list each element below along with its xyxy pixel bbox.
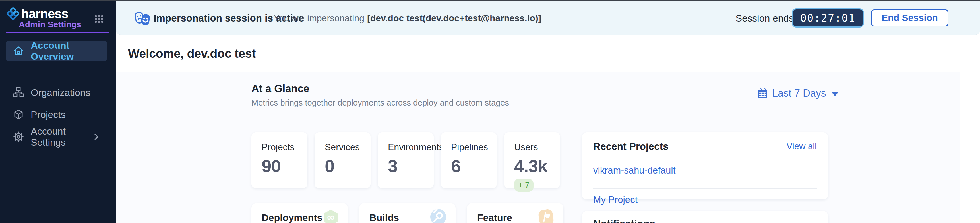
sidebar-item-label: Account Overview: [31, 40, 100, 62]
recent-projects-card: Recent Projects View all vikram-sahu-def…: [582, 132, 828, 199]
session-timer: 00:27:01: [792, 8, 864, 28]
sidebar-divider: [6, 73, 107, 73]
at-a-glance-header: At a Glance Metrics brings together depl…: [251, 83, 509, 108]
theater-masks-icon: [134, 11, 151, 27]
harness-logo: harness: [6, 6, 68, 21]
sidebar-nav-list: Organizations Projects: [6, 82, 107, 148]
admin-settings-label: Admin Settings: [19, 20, 81, 29]
modules-row: Deployments ∞ Builds: [251, 203, 563, 223]
main-area: Welcome, dev.doc test At a Glance Metric…: [116, 35, 960, 223]
sidebar-item-account-settings[interactable]: Account Settings: [6, 126, 107, 147]
stat-value: 4.3k: [514, 156, 560, 176]
sidebar-item-label: Organizations: [31, 87, 91, 98]
date-range-picker[interactable]: Last 7 Days: [757, 87, 838, 99]
sidebar-item-projects[interactable]: Projects: [6, 104, 107, 125]
stat-label: Users: [514, 142, 560, 153]
stat-value: 3: [388, 156, 434, 176]
home-icon: [13, 45, 24, 57]
impersonation-prefix: You are impersonating: [274, 13, 364, 24]
chevron-right-icon[interactable]: [93, 132, 100, 141]
users-delta-badge: + 7: [514, 179, 533, 192]
module-card-feature-flags[interactable]: Feature Flags: [467, 203, 563, 223]
apps-grid-icon[interactable]: [94, 15, 104, 24]
date-range-label: Last 7 Days: [772, 87, 826, 99]
project-link[interactable]: My Project: [593, 194, 638, 205]
stat-value: 90: [262, 156, 307, 176]
feature-flags-icon: [538, 209, 554, 223]
notifications-card: Notifications: [582, 211, 828, 223]
notifications-title: Notifications: [593, 218, 817, 223]
view-all-link[interactable]: View all: [787, 141, 817, 151]
at-a-glance-title: At a Glance: [251, 83, 509, 95]
stats-row: Projects 90 Services 0 Environments 3 Pi…: [251, 132, 560, 188]
module-label: Deployments: [262, 209, 323, 223]
sidebar: harness Admin Settings Account Overview: [0, 2, 116, 223]
recent-projects-header: Recent Projects View all: [593, 141, 817, 152]
stat-card-users[interactable]: Users 4.3k + 7: [504, 132, 560, 188]
page-title: Welcome, dev.doc test: [128, 47, 256, 61]
sidebar-item-label: Account Settings: [31, 126, 93, 148]
stat-card-pipelines[interactable]: Pipelines 6: [441, 132, 497, 188]
impersonated-user: [dev.doc test(dev.doc+test@harness.io)]: [367, 13, 541, 24]
svg-text:∞: ∞: [326, 211, 335, 223]
caret-down-icon: [831, 92, 838, 96]
impersonation-banner: Impersonation session is active You are …: [116, 2, 980, 35]
welcome-header: Welcome, dev.doc test: [116, 35, 959, 72]
module-card-builds[interactable]: Builds: [359, 203, 456, 223]
calendar-icon: [757, 88, 768, 99]
at-a-glance-subtitle: Metrics brings together deployments acro…: [251, 98, 509, 108]
list-item: vikram-sahu-default: [593, 159, 817, 182]
stat-card-services[interactable]: Services 0: [315, 132, 371, 188]
module-label: Feature Flags: [477, 209, 538, 223]
sidebar-item-account-overview[interactable]: Account Overview: [6, 41, 107, 61]
stat-card-projects[interactable]: Projects 90: [251, 132, 307, 188]
deployments-icon: ∞: [323, 209, 339, 223]
brand-underline: [6, 32, 109, 33]
harness-logo-icon: [6, 7, 20, 21]
stat-label: Services: [325, 142, 371, 153]
stat-label: Pipelines: [451, 142, 497, 153]
impersonation-subtitle: You are impersonating [dev.doc test(dev.…: [274, 2, 541, 35]
project-link[interactable]: vikram-sahu-default: [593, 165, 676, 175]
dashboard-content: At a Glance Metrics brings together depl…: [116, 72, 959, 223]
stat-label: Environments: [388, 142, 434, 153]
gear-icon: [13, 131, 24, 143]
recent-projects-title: Recent Projects: [593, 141, 668, 152]
stat-value: 6: [451, 156, 497, 176]
builds-icon: [430, 209, 447, 223]
cube-icon: [13, 109, 24, 121]
stat-label: Projects: [262, 142, 307, 153]
window-top-strip: [0, 0, 980, 2]
stat-value: 0: [325, 156, 371, 176]
end-session-button[interactable]: End Session: [871, 10, 948, 27]
module-label: Builds: [369, 209, 399, 223]
module-card-deployments[interactable]: Deployments ∞: [251, 203, 348, 223]
organizations-icon: [13, 86, 24, 99]
brand-text: harness: [21, 6, 68, 21]
list-item: My Project: [593, 189, 817, 211]
sidebar-item-organizations[interactable]: Organizations: [6, 82, 107, 103]
sidebar-item-label: Projects: [31, 109, 66, 120]
stat-card-environments[interactable]: Environments 3: [378, 132, 434, 188]
